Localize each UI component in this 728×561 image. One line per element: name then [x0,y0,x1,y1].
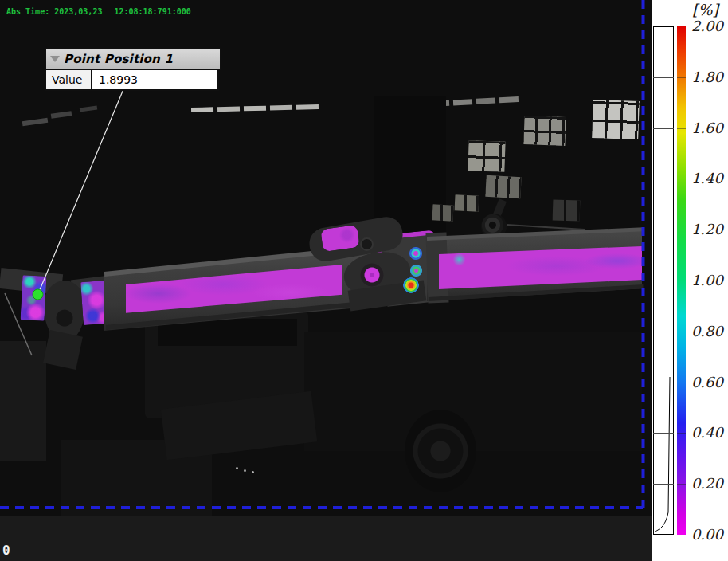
abs-time-date: 2023,03,23 [54,7,102,16]
factory-window [468,140,505,172]
abs-time-stamp: Abs Time: 2023,03,2312:08:18:791:000 [6,7,191,16]
colorbar-tick-line [677,77,686,78]
truck-body-silhouette [304,332,642,451]
factory-window [553,199,581,221]
skylight-strip [51,111,72,119]
annotation-title: Point Position 1 [64,52,173,66]
truck-wheel [405,410,476,492]
histogram-tick-line [653,382,674,383]
image-canvas: Abs Time: 2023,03,2312:08:18:791:000 Poi… [0,0,652,516]
annotation-field-label: Value [46,70,92,89]
strain-patch-left-1 [21,275,47,320]
strain-hotspot [410,265,422,277]
strain-hotspot [409,247,422,260]
histogram-tick-line [653,178,674,179]
skylight-strip [22,118,49,126]
speck [252,471,254,473]
strain-hotspot [403,277,419,293]
annotation-field-value: 1.8993 [92,70,217,89]
colorbar-tick-line [677,433,686,434]
collapse-triangle-icon[interactable] [50,56,60,62]
pulley-cable [507,225,585,230]
colorbar-tick-line [677,484,686,484]
speck [236,467,238,469]
histogram-tick-line [653,230,674,230]
histogram-tick-line [653,280,674,281]
joint-pin [360,263,384,287]
annotation-value-row: Value 1.8993 [45,70,219,91]
colorbar-tick-line [677,280,686,281]
abs-time-label: Abs Time: [6,7,49,16]
dic-analysis-window: Abs Time: 2023,03,2312:08:18:791:000 Poi… [0,0,728,561]
left-tower [0,341,46,461]
colorbar-panel: [%] 2.001.801.601.401.201.000.800.600.40… [652,0,728,561]
histogram-tick-line [653,77,674,78]
histogram-tick-line [653,433,674,434]
skylight-strip [80,105,97,112]
skylight-row [191,104,319,112]
point-position-annotation-box[interactable]: Point Position 1 Value 1.8993 [45,48,221,91]
factory-window [592,100,640,139]
colorbar-tick-label: 2.00 [674,15,723,37]
colorbar-tick-label: 0.00 [674,524,723,546]
speck [244,469,246,472]
abs-time-value: 12:08:18:791:000 [114,7,190,16]
colorbar-tick-line [677,178,686,179]
factory-window [454,194,479,212]
frame-index: 0 [2,543,10,558]
colorbar-tick-line [677,382,686,383]
histogram-tick-line [653,484,674,484]
annotation-header[interactable]: Point Position 1 [45,48,221,70]
colorbar-tick-line [677,230,686,230]
lug-hole [360,237,374,251]
factory-window [432,204,453,221]
annotation-leader-line [39,89,123,292]
histogram-tick-line [653,128,674,129]
factory-window [523,116,566,146]
colorbar-tick-line [677,128,686,129]
status-strip: 0 [0,516,652,561]
pivot-leg [43,330,83,370]
factory-window [485,175,521,198]
histogram-tick-line [653,332,674,332]
colorbar-tick-line [677,332,686,332]
